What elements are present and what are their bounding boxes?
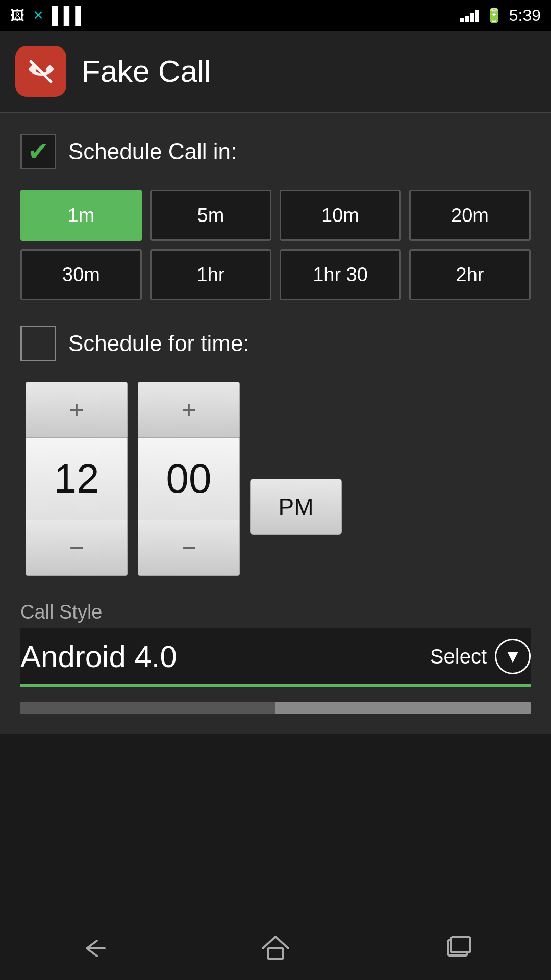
home-button[interactable] — [245, 929, 306, 970]
image-icon: 🖼 — [10, 7, 24, 24]
call-style-selector[interactable]: Android 4.0 Select ▼ — [20, 628, 531, 687]
barcode-icon: ▌▌▌ — [52, 6, 87, 25]
signal-icon — [460, 8, 479, 22]
time-buttons-grid: 1m 5m 10m 20m 30m 1hr 1hr 30 2hr — [20, 190, 531, 300]
time-btn-1hr30[interactable]: 1hr 30 — [280, 249, 401, 300]
main-content: ✔ Schedule Call in: 1m 5m 10m 20m 30m 1h… — [0, 113, 551, 734]
schedule-for-time-checkbox[interactable] — [20, 326, 56, 361]
time-btn-5m[interactable]: 5m — [150, 190, 271, 241]
home-icon — [260, 934, 291, 966]
ampm-value: PM — [279, 493, 314, 521]
minutes-spinner: + 00 − — [138, 382, 240, 576]
svg-rect-2 — [268, 948, 283, 959]
select-circle: ▼ — [495, 639, 531, 674]
scroll-left — [20, 702, 276, 714]
recents-button[interactable] — [429, 929, 490, 970]
hours-minus-icon: − — [69, 533, 84, 562]
schedule-call-in-label: Schedule Call in: — [68, 139, 237, 164]
minutes-value: 00 — [138, 438, 240, 520]
checkbox-check-icon: ✔ — [28, 139, 49, 164]
nav-bar — [0, 919, 551, 980]
time-btn-10m[interactable]: 10m — [280, 190, 401, 241]
call-style-value: Android 4.0 — [20, 639, 177, 674]
time-picker: + 12 − + 00 − PM — [20, 382, 531, 576]
hours-spinner: + 12 − — [26, 382, 128, 576]
select-label: Select — [430, 645, 487, 668]
app-title: Fake Call — [82, 54, 211, 89]
select-button[interactable]: Select ▼ — [430, 639, 531, 674]
time-btn-20m[interactable]: 20m — [409, 190, 531, 241]
status-time: 5:39 — [509, 6, 541, 25]
status-bar-right-icons: 🔋 5:39 — [460, 6, 541, 25]
time-btn-1m[interactable]: 1m — [20, 190, 142, 241]
time-btn-2hr[interactable]: 2hr — [409, 249, 531, 300]
phone-icon — [23, 54, 59, 89]
chevron-down-icon: ▼ — [504, 646, 522, 667]
x-icon: ✕ — [33, 8, 44, 23]
scroll-indicator — [20, 702, 531, 714]
minutes-minus-btn[interactable]: − — [138, 520, 240, 576]
minutes-plus-icon: + — [181, 395, 196, 425]
hours-minus-btn[interactable]: − — [26, 520, 128, 576]
call-style-label: Call Style — [20, 601, 531, 623]
minutes-plus-btn[interactable]: + — [138, 382, 240, 438]
status-bar-left-icons: 🖼 ✕ ▌▌▌ — [10, 6, 87, 25]
recents-icon — [444, 934, 474, 966]
schedule-call-in-row: ✔ Schedule Call in: — [20, 134, 531, 169]
status-bar: 🖼 ✕ ▌▌▌ 🔋 5:39 — [0, 0, 551, 31]
svg-rect-4 — [451, 937, 470, 952]
schedule-for-time-row: Schedule for time: — [20, 326, 531, 361]
app-header: Fake Call — [0, 31, 551, 112]
hours-value: 12 — [26, 438, 128, 520]
schedule-call-in-checkbox[interactable]: ✔ — [20, 134, 56, 169]
battery-icon: 🔋 — [485, 7, 503, 24]
time-btn-30m[interactable]: 30m — [20, 249, 142, 300]
back-button[interactable] — [61, 929, 122, 970]
call-style-section: Call Style Android 4.0 Select ▼ — [20, 601, 531, 687]
schedule-for-time-label: Schedule for time: — [68, 331, 249, 356]
hours-plus-icon: + — [69, 395, 84, 425]
time-btn-1hr[interactable]: 1hr — [150, 249, 271, 300]
minutes-minus-icon: − — [181, 533, 196, 562]
ampm-button[interactable]: PM — [250, 479, 342, 535]
app-icon — [15, 46, 66, 97]
scroll-right — [276, 702, 531, 714]
back-icon — [77, 935, 107, 965]
hours-plus-btn[interactable]: + — [26, 382, 128, 438]
